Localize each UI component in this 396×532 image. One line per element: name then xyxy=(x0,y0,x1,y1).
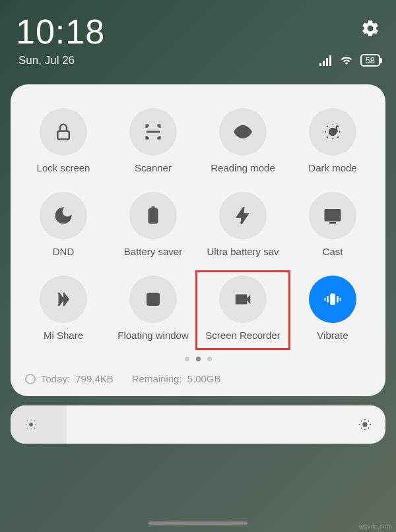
tile-dnd[interactable]: DND xyxy=(20,187,107,262)
svg-rect-3 xyxy=(329,55,331,66)
battery-indicator: 58 xyxy=(360,54,380,67)
dot xyxy=(185,357,189,361)
svg-rect-14 xyxy=(340,298,341,301)
svg-rect-11 xyxy=(327,296,329,303)
dot-active xyxy=(196,357,201,361)
mi-share-icon xyxy=(53,289,73,309)
tile-floating-window[interactable]: Floating window xyxy=(110,270,197,346)
svg-rect-4 xyxy=(57,131,69,140)
tile-label: Ultra battery sav xyxy=(207,246,279,257)
svg-rect-1 xyxy=(323,61,325,66)
floating-window-icon xyxy=(143,289,163,309)
tile-label: Screen Recorder xyxy=(205,330,280,341)
dark-mode-icon xyxy=(323,122,343,142)
tile-label: Floating window xyxy=(117,330,189,341)
tile-label: Battery saver xyxy=(124,246,182,257)
page-indicator[interactable] xyxy=(20,357,376,361)
tile-label: Cast xyxy=(323,246,343,257)
gear-icon xyxy=(360,18,380,38)
bolt-icon xyxy=(233,206,253,225)
tile-ultra-battery[interactable]: Ultra battery sav xyxy=(199,187,286,262)
clock-date: Sun, Jul 26 xyxy=(16,54,105,67)
brightness-fill xyxy=(11,405,67,444)
data-usage-icon xyxy=(25,374,36,384)
tile-label: Dark mode xyxy=(308,162,356,173)
clock-time: 10:18 xyxy=(16,12,105,51)
tile-scanner[interactable]: Scanner xyxy=(110,103,197,179)
remaining-label: Remaining: xyxy=(132,373,182,384)
settings-button[interactable] xyxy=(360,18,380,41)
remaining-value: 5.00GB xyxy=(187,373,221,384)
today-value: 799.4KB xyxy=(75,373,114,384)
watermark: wsxdn.com xyxy=(359,523,392,531)
home-indicator[interactable] xyxy=(148,521,248,525)
tile-reading-mode[interactable]: Reading mode xyxy=(199,103,286,179)
wifi-icon xyxy=(339,55,354,67)
battery-plus-icon xyxy=(143,206,163,225)
dot xyxy=(207,357,212,361)
tile-label: DND xyxy=(53,246,75,257)
tile-vibrate[interactable]: Vibrate xyxy=(289,270,376,346)
svg-rect-13 xyxy=(325,298,326,301)
tile-label: Scanner xyxy=(135,162,172,173)
tile-mi-share[interactable]: Mi Share xyxy=(20,270,107,346)
today-label: Today: xyxy=(41,373,70,384)
quick-settings-panel: Lock screen Scanner Reading mode Dark mo… xyxy=(11,84,385,396)
lock-icon xyxy=(53,122,73,142)
svg-point-6 xyxy=(329,129,336,135)
eye-icon xyxy=(233,122,253,142)
cast-icon xyxy=(323,206,343,225)
tile-screen-recorder[interactable]: Screen Recorder xyxy=(199,270,286,346)
tile-label: Reading mode xyxy=(211,162,275,173)
tile-label: Vibrate xyxy=(317,330,348,341)
svg-rect-10 xyxy=(330,293,335,305)
status-bar: 58 xyxy=(319,54,380,67)
scanner-icon xyxy=(143,122,163,142)
signal-icon xyxy=(319,55,333,66)
svg-rect-8 xyxy=(325,210,341,220)
svg-rect-0 xyxy=(319,63,321,66)
svg-point-16 xyxy=(362,422,367,427)
video-camera-icon xyxy=(233,289,253,309)
tile-label: Lock screen xyxy=(37,162,90,173)
svg-rect-2 xyxy=(326,58,328,66)
tile-battery-saver[interactable]: Battery saver xyxy=(110,187,197,262)
svg-point-15 xyxy=(29,423,33,427)
brightness-high-icon xyxy=(358,417,372,432)
tile-lock-screen[interactable]: Lock screen xyxy=(20,103,107,179)
svg-rect-12 xyxy=(337,296,339,303)
moon-icon xyxy=(53,206,73,225)
tile-cast[interactable]: Cast xyxy=(289,187,376,262)
tile-dark-mode[interactable]: Dark mode xyxy=(289,103,376,179)
brightness-low-icon xyxy=(24,417,38,432)
tile-label: Mi Share xyxy=(44,330,83,341)
data-usage-row[interactable]: Today: 799.4KB Remaining: 5.00GB xyxy=(20,373,376,384)
vibrate-icon xyxy=(323,289,343,309)
brightness-slider[interactable] xyxy=(11,405,385,444)
svg-point-5 xyxy=(240,129,246,134)
